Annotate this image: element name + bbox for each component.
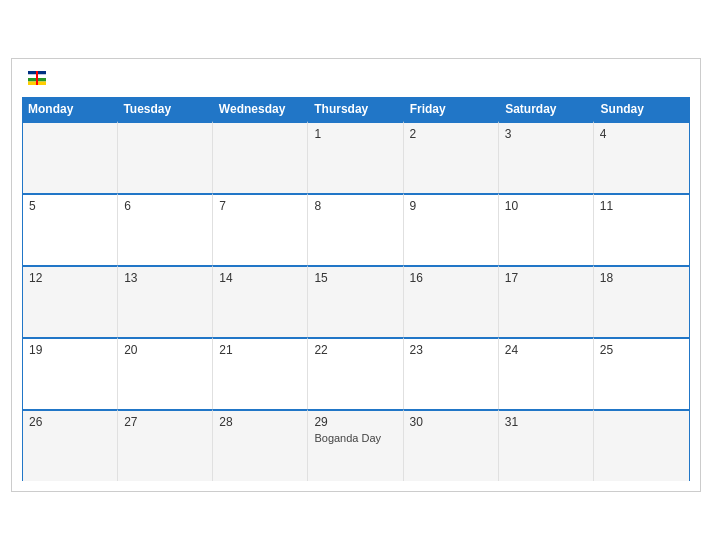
- logo: [26, 69, 46, 87]
- day-header-tuesday: Tuesday: [117, 97, 212, 121]
- cell-date: 17: [505, 271, 587, 285]
- cell-date: 24: [505, 343, 587, 357]
- day-header-saturday: Saturday: [499, 97, 594, 121]
- cell-date: 9: [410, 199, 492, 213]
- table-row: 9: [404, 193, 499, 265]
- table-row: 2: [404, 121, 499, 193]
- svg-rect-4: [36, 71, 38, 85]
- day-header-wednesday: Wednesday: [213, 97, 308, 121]
- table-row: 21: [213, 337, 308, 409]
- cell-date: 10: [505, 199, 587, 213]
- table-row: 20: [118, 337, 213, 409]
- cell-date: 6: [124, 199, 206, 213]
- table-row: 15: [308, 265, 403, 337]
- table-row: 31: [499, 409, 594, 481]
- table-row: 11: [594, 193, 689, 265]
- table-row: 7: [213, 193, 308, 265]
- table-row: 26: [23, 409, 118, 481]
- cell-date: 20: [124, 343, 206, 357]
- table-row: 22: [308, 337, 403, 409]
- day-header-monday: Monday: [22, 97, 117, 121]
- cell-date: 11: [600, 199, 683, 213]
- calendar-container: Monday Tuesday Wednesday Thursday Friday…: [11, 58, 701, 492]
- cell-date: 15: [314, 271, 396, 285]
- cell-date: 31: [505, 415, 587, 429]
- cell-date: 22: [314, 343, 396, 357]
- table-row: 4: [594, 121, 689, 193]
- cell-date: 12: [29, 271, 111, 285]
- logo-flag-icon: [28, 71, 46, 85]
- days-header: Monday Tuesday Wednesday Thursday Friday…: [22, 97, 690, 121]
- calendar-grid: 1234567891011121314151617181920212223242…: [22, 121, 690, 481]
- table-row: 28: [213, 409, 308, 481]
- table-row: 30: [404, 409, 499, 481]
- cell-date: 21: [219, 343, 301, 357]
- table-row: 24: [499, 337, 594, 409]
- cell-event: Boganda Day: [314, 432, 381, 444]
- table-row: 12: [23, 265, 118, 337]
- cell-date: 4: [600, 127, 683, 141]
- table-row: 13: [118, 265, 213, 337]
- cell-date: 18: [600, 271, 683, 285]
- table-row: 27: [118, 409, 213, 481]
- table-row: 3: [499, 121, 594, 193]
- cell-date: 3: [505, 127, 587, 141]
- day-header-friday: Friday: [404, 97, 499, 121]
- cell-date: 5: [29, 199, 111, 213]
- cell-date: 25: [600, 343, 683, 357]
- cell-date: 29: [314, 415, 396, 429]
- cell-date: 30: [410, 415, 492, 429]
- cell-date: 28: [219, 415, 301, 429]
- cell-date: 14: [219, 271, 301, 285]
- cell-date: 13: [124, 271, 206, 285]
- table-row: 29Boganda Day: [308, 409, 403, 481]
- table-row: [23, 121, 118, 193]
- cell-date: 16: [410, 271, 492, 285]
- table-row: 10: [499, 193, 594, 265]
- day-header-thursday: Thursday: [308, 97, 403, 121]
- table-row: [213, 121, 308, 193]
- table-row: [594, 409, 689, 481]
- cell-date: 19: [29, 343, 111, 357]
- table-row: 6: [118, 193, 213, 265]
- cell-date: 7: [219, 199, 301, 213]
- table-row: 23: [404, 337, 499, 409]
- table-row: 8: [308, 193, 403, 265]
- cell-date: 26: [29, 415, 111, 429]
- cell-date: 2: [410, 127, 492, 141]
- table-row: 19: [23, 337, 118, 409]
- logo-general: [26, 69, 46, 87]
- table-row: 18: [594, 265, 689, 337]
- cell-date: 27: [124, 415, 206, 429]
- cell-date: 1: [314, 127, 396, 141]
- table-row: 5: [23, 193, 118, 265]
- table-row: 1: [308, 121, 403, 193]
- cell-date: 8: [314, 199, 396, 213]
- table-row: 14: [213, 265, 308, 337]
- day-header-sunday: Sunday: [595, 97, 690, 121]
- table-row: 16: [404, 265, 499, 337]
- cell-date: 23: [410, 343, 492, 357]
- table-row: 17: [499, 265, 594, 337]
- table-row: 25: [594, 337, 689, 409]
- calendar-header: [22, 69, 690, 87]
- table-row: [118, 121, 213, 193]
